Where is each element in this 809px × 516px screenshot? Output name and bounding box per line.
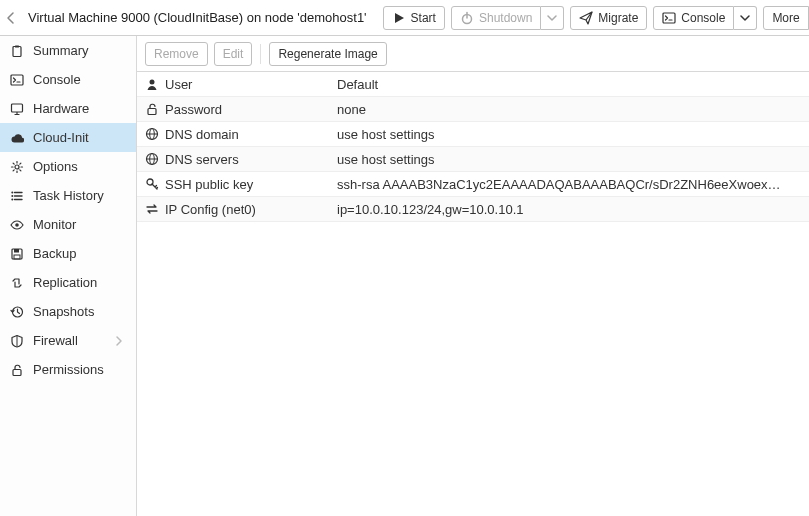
sidebar: SummaryConsoleHardwareCloud-InitOptionsT… [0, 36, 137, 516]
config-row-value: use host settings [335, 152, 809, 167]
shutdown-button[interactable]: Shutdown [451, 6, 541, 30]
config-row-value: use host settings [335, 127, 809, 142]
sidebar-item-firewall[interactable]: Firewall [0, 326, 136, 355]
save-icon [10, 247, 24, 261]
config-row-key: SSH public key [165, 177, 253, 192]
toolbar-separator [260, 44, 261, 64]
sidebar-item-label: Snapshots [33, 304, 126, 319]
sidebar-item-label: Monitor [33, 217, 126, 232]
config-row-key-cell: DNS servers [137, 152, 335, 167]
config-row-value: none [335, 102, 809, 117]
sidebar-item-summary[interactable]: Summary [0, 36, 136, 65]
sidebar-item-label: Hardware [33, 101, 126, 116]
sidebar-item-cloud-init[interactable]: Cloud-Init [0, 123, 136, 152]
console-button-group: Console [653, 6, 757, 30]
sidebar-item-label: Replication [33, 275, 126, 290]
sidebar-item-hardware[interactable]: Hardware [0, 94, 136, 123]
user-icon [145, 77, 159, 91]
breadcrumb-prev-icon[interactable] [4, 11, 18, 25]
clipboard-icon [10, 44, 24, 58]
sidebar-item-label: Options [33, 159, 126, 174]
console-button-label: Console [681, 11, 725, 25]
shutdown-button-label: Shutdown [479, 11, 532, 25]
config-row-key: Password [165, 102, 222, 117]
terminal-icon [662, 11, 676, 25]
config-row-key: IP Config (net0) [165, 202, 256, 217]
more-button-label: More [772, 11, 799, 25]
shutdown-dropdown-button[interactable] [541, 6, 564, 30]
config-row-key-cell: SSH public key [137, 177, 335, 192]
sidebar-item-task-history[interactable]: Task History [0, 181, 136, 210]
play-icon [392, 11, 406, 25]
power-icon [460, 11, 474, 25]
config-row-value: ip=10.0.10.123/24,gw=10.0.10.1 [335, 202, 809, 217]
caret-down-icon [545, 11, 559, 25]
start-button-label: Start [411, 11, 436, 25]
expand-caret-icon [112, 334, 126, 348]
exchange-icon [145, 202, 159, 216]
config-row-key: DNS domain [165, 127, 239, 142]
config-row[interactable]: IP Config (net0)ip=10.0.10.123/24,gw=10.… [137, 197, 809, 222]
console-dropdown-button[interactable] [734, 6, 757, 30]
sidebar-item-options[interactable]: Options [0, 152, 136, 181]
retweet-icon [10, 276, 24, 290]
config-row-key: User [165, 77, 192, 92]
sidebar-item-label: Summary [33, 43, 126, 58]
regenerate-image-button[interactable]: Regenerate Image [269, 42, 386, 66]
toolbar: Remove Edit Regenerate Image [137, 36, 809, 72]
migrate-button[interactable]: Migrate [570, 6, 647, 30]
globe-icon [145, 127, 159, 141]
console-button[interactable]: Console [653, 6, 734, 30]
config-row[interactable]: SSH public keyssh-rsa AAAAB3NzaC1yc2EAAA… [137, 172, 809, 197]
remove-button-label: Remove [154, 47, 199, 61]
paper-plane-icon [579, 11, 593, 25]
cloud-icon [10, 131, 24, 145]
unlock-icon [145, 102, 159, 116]
header-bar: Virtual Machine 9000 (CloudInitBase) on … [0, 0, 809, 36]
shutdown-button-group: Shutdown [451, 6, 564, 30]
edit-button[interactable]: Edit [214, 42, 253, 66]
config-row-key: DNS servers [165, 152, 239, 167]
unlock-icon [10, 363, 24, 377]
sidebar-item-backup[interactable]: Backup [0, 239, 136, 268]
sidebar-item-replication[interactable]: Replication [0, 268, 136, 297]
config-row-key-cell: User [137, 77, 335, 92]
sidebar-item-monitor[interactable]: Monitor [0, 210, 136, 239]
sidebar-item-label: Task History [33, 188, 126, 203]
migrate-button-label: Migrate [598, 11, 638, 25]
config-row[interactable]: UserDefault [137, 72, 809, 97]
key-icon [145, 177, 159, 191]
sidebar-item-permissions[interactable]: Permissions [0, 355, 136, 384]
shield-icon [10, 334, 24, 348]
sidebar-item-label: Backup [33, 246, 126, 261]
config-row-key-cell: IP Config (net0) [137, 202, 335, 217]
config-row[interactable]: Passwordnone [137, 97, 809, 122]
config-row-value: Default [335, 77, 809, 92]
list-icon [10, 189, 24, 203]
remove-button[interactable]: Remove [145, 42, 208, 66]
gear-icon [10, 160, 24, 174]
edit-button-label: Edit [223, 47, 244, 61]
page-title: Virtual Machine 9000 (CloudInitBase) on … [24, 10, 371, 25]
config-grid: UserDefaultPasswordnoneDNS domainuse hos… [137, 72, 809, 516]
regenerate-image-button-label: Regenerate Image [278, 47, 377, 61]
config-row[interactable]: DNS domainuse host settings [137, 122, 809, 147]
config-row-value: ssh-rsa AAAAB3NzaC1yc2EAAAADAQABAAABAQCr… [335, 177, 809, 192]
main-panel: Remove Edit Regenerate Image UserDefault… [137, 36, 809, 516]
sidebar-item-label: Cloud-Init [33, 130, 126, 145]
sidebar-item-label: Firewall [33, 333, 103, 348]
config-row[interactable]: DNS serversuse host settings [137, 147, 809, 172]
start-button[interactable]: Start [383, 6, 445, 30]
config-row-key-cell: DNS domain [137, 127, 335, 142]
config-row-key-cell: Password [137, 102, 335, 117]
caret-down-icon [738, 11, 752, 25]
sidebar-item-label: Permissions [33, 362, 126, 377]
eye-icon [10, 218, 24, 232]
sidebar-item-snapshots[interactable]: Snapshots [0, 297, 136, 326]
terminal-icon [10, 73, 24, 87]
history-icon [10, 305, 24, 319]
globe-icon [145, 152, 159, 166]
more-button[interactable]: More [763, 6, 808, 30]
sidebar-item-console[interactable]: Console [0, 65, 136, 94]
desktop-icon [10, 102, 24, 116]
